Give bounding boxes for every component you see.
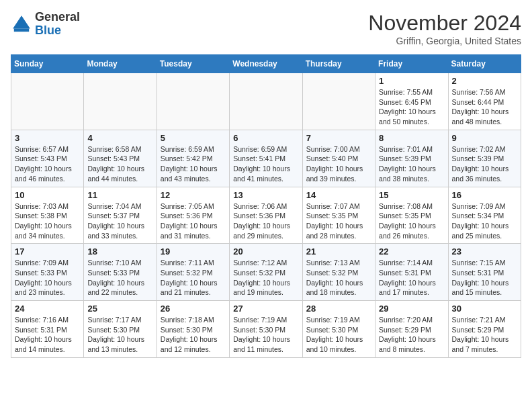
calendar-day-cell: 12Sunrise: 7:05 AM Sunset: 5:36 PM Dayli… bbox=[157, 187, 229, 244]
day-number: 21 bbox=[306, 246, 371, 257]
calendar-day-cell: 9Sunrise: 7:02 AM Sunset: 5:39 PM Daylig… bbox=[448, 130, 521, 187]
day-number: 3 bbox=[15, 133, 80, 143]
calendar-week-row: 1Sunrise: 7:55 AM Sunset: 6:45 PM Daylig… bbox=[11, 73, 521, 130]
logo: General Blue bbox=[11, 11, 80, 38]
day-number: 4 bbox=[87, 133, 152, 143]
calendar-day-cell: 5Sunrise: 6:59 AM Sunset: 5:42 PM Daylig… bbox=[157, 130, 229, 187]
day-info: Sunrise: 7:06 AM Sunset: 5:36 PM Dayligh… bbox=[233, 201, 298, 241]
day-info: Sunrise: 7:09 AM Sunset: 5:34 PM Dayligh… bbox=[452, 201, 517, 241]
day-info: Sunrise: 7:15 AM Sunset: 5:31 PM Dayligh… bbox=[452, 258, 517, 298]
calendar-day-cell: 10Sunrise: 7:03 AM Sunset: 5:38 PM Dayli… bbox=[11, 187, 84, 244]
calendar-day-cell: 25Sunrise: 7:17 AM Sunset: 5:30 PM Dayli… bbox=[84, 301, 157, 358]
day-info: Sunrise: 7:07 AM Sunset: 5:35 PM Dayligh… bbox=[306, 201, 371, 241]
calendar-day-cell: 19Sunrise: 7:11 AM Sunset: 5:32 PM Dayli… bbox=[157, 244, 229, 301]
calendar-day-cell: 28Sunrise: 7:19 AM Sunset: 5:30 PM Dayli… bbox=[302, 301, 375, 358]
calendar-day-cell: 16Sunrise: 7:09 AM Sunset: 5:34 PM Dayli… bbox=[448, 187, 521, 244]
calendar-day-cell: 15Sunrise: 7:08 AM Sunset: 5:35 PM Dayli… bbox=[375, 187, 448, 244]
day-info: Sunrise: 6:58 AM Sunset: 5:43 PM Dayligh… bbox=[87, 144, 152, 184]
svg-rect-1 bbox=[14, 28, 29, 32]
page-header: General Blue November 2024 Griffin, Geor… bbox=[11, 11, 521, 46]
calendar-day-cell: 22Sunrise: 7:14 AM Sunset: 5:31 PM Dayli… bbox=[375, 244, 448, 301]
weekday-header: Saturday bbox=[448, 55, 521, 73]
logo-general: General bbox=[35, 11, 80, 24]
calendar-day-cell: 17Sunrise: 7:09 AM Sunset: 5:33 PM Dayli… bbox=[11, 244, 84, 301]
day-info: Sunrise: 7:10 AM Sunset: 5:33 PM Dayligh… bbox=[87, 258, 152, 298]
weekday-header: Thursday bbox=[302, 55, 375, 73]
day-number: 6 bbox=[233, 133, 298, 143]
day-number: 23 bbox=[452, 246, 517, 257]
day-number: 30 bbox=[452, 304, 517, 314]
month-title: November 2024 bbox=[368, 11, 521, 36]
day-number: 22 bbox=[379, 246, 444, 257]
day-info: Sunrise: 7:18 AM Sunset: 5:30 PM Dayligh… bbox=[161, 315, 226, 355]
calendar-day-cell bbox=[157, 73, 229, 130]
calendar-day-cell: 29Sunrise: 7:20 AM Sunset: 5:29 PM Dayli… bbox=[375, 301, 448, 358]
calendar-day-cell: 24Sunrise: 7:16 AM Sunset: 5:31 PM Dayli… bbox=[11, 301, 84, 358]
weekday-header: Friday bbox=[375, 55, 448, 73]
calendar-week-row: 17Sunrise: 7:09 AM Sunset: 5:33 PM Dayli… bbox=[11, 244, 521, 301]
day-number: 14 bbox=[306, 190, 371, 200]
weekday-header: Monday bbox=[84, 55, 157, 73]
calendar-day-cell: 2Sunrise: 7:56 AM Sunset: 6:44 PM Daylig… bbox=[448, 73, 521, 130]
calendar-day-cell: 23Sunrise: 7:15 AM Sunset: 5:31 PM Dayli… bbox=[448, 244, 521, 301]
day-info: Sunrise: 7:56 AM Sunset: 6:44 PM Dayligh… bbox=[452, 87, 517, 127]
day-number: 18 bbox=[87, 246, 152, 257]
day-number: 11 bbox=[87, 190, 152, 200]
calendar-day-cell bbox=[11, 73, 84, 130]
calendar-day-cell: 11Sunrise: 7:04 AM Sunset: 5:37 PM Dayli… bbox=[84, 187, 157, 244]
day-info: Sunrise: 7:11 AM Sunset: 5:32 PM Dayligh… bbox=[161, 258, 226, 298]
calendar-table: SundayMondayTuesdayWednesdayThursdayFrid… bbox=[11, 54, 521, 358]
day-number: 26 bbox=[161, 304, 226, 314]
day-number: 5 bbox=[161, 133, 226, 143]
day-info: Sunrise: 7:03 AM Sunset: 5:38 PM Dayligh… bbox=[15, 201, 80, 241]
day-info: Sunrise: 7:20 AM Sunset: 5:29 PM Dayligh… bbox=[379, 315, 444, 355]
day-info: Sunrise: 7:21 AM Sunset: 5:29 PM Dayligh… bbox=[452, 315, 517, 355]
day-info: Sunrise: 7:12 AM Sunset: 5:32 PM Dayligh… bbox=[233, 258, 298, 298]
calendar-day-cell: 14Sunrise: 7:07 AM Sunset: 5:35 PM Dayli… bbox=[302, 187, 375, 244]
day-info: Sunrise: 7:13 AM Sunset: 5:32 PM Dayligh… bbox=[306, 258, 371, 298]
calendar-day-cell: 6Sunrise: 6:59 AM Sunset: 5:41 PM Daylig… bbox=[230, 130, 302, 187]
calendar-week-row: 10Sunrise: 7:03 AM Sunset: 5:38 PM Dayli… bbox=[11, 187, 521, 244]
day-number: 7 bbox=[306, 133, 371, 143]
weekday-header: Sunday bbox=[11, 55, 84, 73]
day-number: 29 bbox=[379, 304, 444, 314]
location: Griffin, Georgia, United States bbox=[368, 36, 521, 46]
calendar-day-cell: 1Sunrise: 7:55 AM Sunset: 6:45 PM Daylig… bbox=[375, 73, 448, 130]
day-number: 16 bbox=[452, 190, 517, 200]
calendar-day-cell bbox=[302, 73, 375, 130]
day-number: 19 bbox=[161, 246, 226, 257]
day-number: 8 bbox=[379, 133, 444, 143]
day-number: 2 bbox=[452, 76, 517, 86]
svg-marker-0 bbox=[13, 15, 30, 28]
calendar-day-cell: 26Sunrise: 7:18 AM Sunset: 5:30 PM Dayli… bbox=[157, 301, 229, 358]
day-number: 17 bbox=[15, 246, 80, 257]
day-number: 27 bbox=[233, 304, 298, 314]
weekday-header-row: SundayMondayTuesdayWednesdayThursdayFrid… bbox=[11, 55, 521, 73]
day-info: Sunrise: 7:19 AM Sunset: 5:30 PM Dayligh… bbox=[306, 315, 371, 355]
day-number: 25 bbox=[87, 304, 152, 314]
day-info: Sunrise: 7:14 AM Sunset: 5:31 PM Dayligh… bbox=[379, 258, 444, 298]
day-info: Sunrise: 7:04 AM Sunset: 5:37 PM Dayligh… bbox=[87, 201, 152, 241]
day-number: 13 bbox=[233, 190, 298, 200]
weekday-header: Wednesday bbox=[230, 55, 302, 73]
calendar-day-cell bbox=[84, 73, 157, 130]
day-info: Sunrise: 6:57 AM Sunset: 5:43 PM Dayligh… bbox=[15, 144, 80, 184]
calendar-day-cell: 20Sunrise: 7:12 AM Sunset: 5:32 PM Dayli… bbox=[230, 244, 302, 301]
day-info: Sunrise: 7:19 AM Sunset: 5:30 PM Dayligh… bbox=[233, 315, 298, 355]
logo-blue: Blue bbox=[35, 24, 80, 38]
day-info: Sunrise: 7:09 AM Sunset: 5:33 PM Dayligh… bbox=[15, 258, 80, 298]
calendar-week-row: 24Sunrise: 7:16 AM Sunset: 5:31 PM Dayli… bbox=[11, 301, 521, 358]
calendar-day-cell: 7Sunrise: 7:00 AM Sunset: 5:40 PM Daylig… bbox=[302, 130, 375, 187]
logo-icon bbox=[11, 13, 32, 35]
day-info: Sunrise: 7:05 AM Sunset: 5:36 PM Dayligh… bbox=[161, 201, 226, 241]
day-number: 12 bbox=[161, 190, 226, 200]
day-number: 1 bbox=[379, 76, 444, 86]
day-number: 20 bbox=[233, 246, 298, 257]
day-info: Sunrise: 7:55 AM Sunset: 6:45 PM Dayligh… bbox=[379, 87, 444, 127]
logo-text: General Blue bbox=[35, 11, 80, 38]
calendar-day-cell: 8Sunrise: 7:01 AM Sunset: 5:39 PM Daylig… bbox=[375, 130, 448, 187]
day-number: 9 bbox=[452, 133, 517, 143]
calendar-day-cell: 21Sunrise: 7:13 AM Sunset: 5:32 PM Dayli… bbox=[302, 244, 375, 301]
day-info: Sunrise: 7:16 AM Sunset: 5:31 PM Dayligh… bbox=[15, 315, 80, 355]
day-info: Sunrise: 7:17 AM Sunset: 5:30 PM Dayligh… bbox=[87, 315, 152, 355]
